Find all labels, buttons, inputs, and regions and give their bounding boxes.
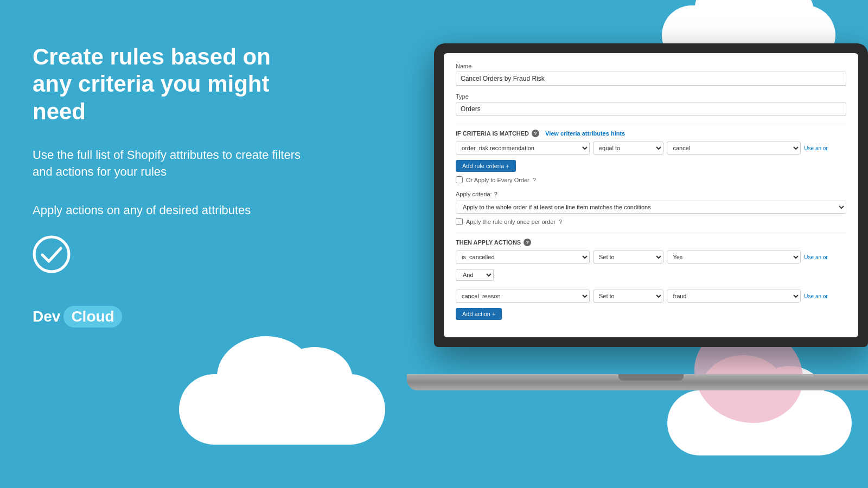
action2-value-select[interactable]: fraud: [667, 290, 801, 303]
criteria-section-label: IF CRITERIA IS MATCHED: [456, 130, 529, 137]
criteria-use-an-link[interactable]: Use an or: [804, 145, 846, 151]
or-apply-info-icon: ?: [533, 177, 536, 183]
criteria-row: order_risk.recommendation equal to cance…: [456, 142, 846, 155]
left-panel: Create rules based on any criteria you m…: [33, 43, 304, 328]
apply-criteria-label-row: Apply criteria: ?: [456, 191, 846, 197]
action2-row: cancel_reason Set to fraud Use an or: [456, 290, 846, 303]
subtext1: Use the full list of Shopify attributes …: [33, 147, 304, 181]
action1-operator-select[interactable]: Set to: [593, 251, 663, 264]
or-apply-label: Or Apply to Every Order: [466, 177, 529, 183]
divider2: [456, 233, 846, 233]
laptop-screen: Name Type IF CRITERIA IS MATCHED ? View …: [444, 53, 858, 337]
criteria-info-icon: ?: [532, 130, 539, 137]
criteria-value-select[interactable]: cancel: [667, 142, 801, 155]
apply-criteria-info-icon: ?: [494, 191, 497, 197]
or-apply-row: Or Apply to Every Order ?: [456, 176, 846, 183]
apply-once-checkbox[interactable]: [456, 218, 463, 225]
apply-once-row: Apply the rule only once per order ?: [456, 218, 846, 225]
apply-once-label: Apply the rule only once per order: [466, 219, 556, 225]
actions-section-label: THEN APPLY ACTIONS: [456, 239, 521, 246]
action2-use-an-link[interactable]: Use an or: [804, 293, 846, 299]
laptop-base: [407, 374, 868, 390]
laptop: Name Type IF CRITERIA IS MATCHED ? View …: [407, 43, 868, 423]
apply-criteria-label: Apply criteria:: [456, 191, 492, 197]
add-action-button[interactable]: Add action +: [456, 308, 502, 320]
divider1: [456, 124, 846, 124]
devcloud-logo: Dev Cloud: [33, 306, 304, 328]
add-rule-criteria-button[interactable]: Add rule criteria +: [456, 160, 516, 172]
name-label: Name: [456, 63, 846, 69]
headline: Create rules based on any criteria you m…: [33, 43, 304, 125]
actions-info-icon: ?: [524, 239, 531, 246]
actions-section-title: THEN APPLY ACTIONS ?: [456, 239, 846, 246]
or-apply-checkbox[interactable]: [456, 176, 463, 183]
name-input[interactable]: [456, 72, 846, 86]
apply-once-info-icon: ?: [559, 219, 562, 225]
criteria-operator-select[interactable]: equal to: [593, 142, 663, 155]
action2-attribute-select[interactable]: cancel_reason: [456, 290, 590, 303]
subtext2: Apply actions on any of desired attribut…: [33, 202, 304, 219]
type-input[interactable]: [456, 102, 846, 116]
cloud-bottom-left: [179, 374, 385, 445]
action1-attribute-select[interactable]: is_cancelled: [456, 251, 590, 264]
criteria-section-title: IF CRITERIA IS MATCHED ? View criteria a…: [456, 130, 846, 137]
apply-criteria-select[interactable]: Apply to the whole order if at least one…: [456, 201, 846, 214]
and-operator-select[interactable]: And: [456, 269, 494, 281]
logo-dev-text: Dev: [33, 308, 60, 325]
svg-point-0: [34, 237, 69, 272]
form-content: Name Type IF CRITERIA IS MATCHED ? View …: [444, 53, 858, 330]
type-label: Type: [456, 93, 846, 100]
action2-operator-select[interactable]: Set to: [593, 290, 663, 303]
view-hints-link[interactable]: View criteria attributes hints: [545, 130, 625, 137]
action1-row: is_cancelled Set to Yes Use an or: [456, 251, 846, 264]
criteria-attribute-select[interactable]: order_risk.recommendation: [456, 142, 590, 155]
logo-cloud-text: Cloud: [63, 306, 122, 328]
action1-value-select[interactable]: Yes: [667, 251, 801, 264]
action1-use-an-link[interactable]: Use an or: [804, 254, 846, 260]
check-icon: [33, 235, 71, 273]
laptop-body: Name Type IF CRITERIA IS MATCHED ? View …: [434, 43, 868, 347]
